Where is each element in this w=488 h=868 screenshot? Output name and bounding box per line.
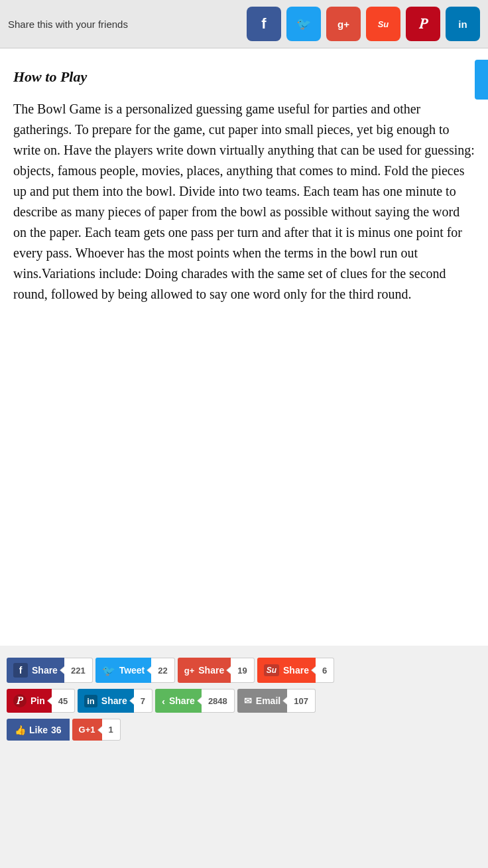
gp-share-group: g+ Share 19 — [178, 658, 255, 683]
sh-share-count: 2848 — [202, 689, 235, 713]
like-group: 👍 Like 36 — [7, 719, 70, 741]
em-share-button[interactable]: ✉ Email — [237, 689, 287, 713]
gp-share-count: 19 — [231, 658, 254, 683]
su-share-count: 6 — [316, 658, 334, 683]
share-row-2: 𝑃 Pin 45 in Share 7 ‹ Share 2848 ✉ Email — [7, 689, 481, 715]
pinterest-icon: 𝑃 — [13, 694, 27, 707]
gp-share-label: Share — [198, 665, 224, 676]
gplus-label: G+1 — [79, 725, 95, 735]
stumbleupon-share-button[interactable]: Su — [366, 7, 400, 41]
pi-share-count: 45 — [52, 689, 75, 713]
article-title: How to Play — [13, 68, 475, 86]
bottom-share-area: f Share 221 🐦 Tweet 22 g+ Share 19 Su Sh… — [0, 646, 488, 753]
facebook-icon: f — [13, 663, 28, 678]
gplus-group: G+1 1 — [72, 719, 121, 741]
tw-share-group: 🐦 Tweet 22 — [95, 658, 175, 683]
pi-share-label: Pin — [30, 695, 45, 706]
main-content: How to Play The Bowl Game is a personali… — [0, 48, 488, 646]
like-label: Like — [29, 725, 48, 735]
em-share-label: Email — [256, 695, 280, 706]
facebook-share-button[interactable]: f — [247, 7, 281, 41]
su-share-label: Share — [283, 665, 309, 676]
li-share-button[interactable]: in Share — [78, 689, 133, 713]
share-bar-text: Share this with your friends — [8, 19, 241, 30]
twitter-share-button[interactable]: 🐦 — [286, 7, 321, 41]
em-share-group: ✉ Email 107 — [237, 689, 316, 713]
stumbleupon-icon: Su — [264, 664, 279, 676]
email-icon: ✉ — [244, 695, 252, 706]
sh-share-group: ‹ Share 2848 — [155, 689, 235, 713]
fb-share-count: 221 — [64, 658, 93, 683]
em-share-count: 107 — [287, 689, 316, 713]
li-share-count: 7 — [134, 689, 152, 713]
share-icon: ‹ — [162, 695, 165, 707]
pi-share-button[interactable]: 𝑃 Pin — [7, 689, 52, 713]
gplus-icon: g+ — [184, 666, 195, 676]
li-share-group: in Share 7 — [78, 689, 152, 713]
pi-share-group: 𝑃 Pin 45 — [7, 689, 75, 713]
side-tab[interactable] — [475, 60, 488, 100]
linkedin-icon: in — [84, 695, 97, 707]
tw-share-label: Tweet — [119, 665, 145, 676]
like-thumb-icon: 👍 — [15, 725, 26, 735]
li-share-label: Share — [101, 695, 127, 706]
pinterest-share-button[interactable]: 𝑃 — [406, 7, 440, 41]
linkedin-share-button[interactable]: in — [446, 7, 480, 41]
gplus-count: 1 — [102, 719, 121, 741]
like-button[interactable]: 👍 Like 36 — [7, 719, 70, 741]
tw-share-button[interactable]: 🐦 Tweet — [95, 658, 152, 683]
share-row-1: f Share 221 🐦 Tweet 22 g+ Share 19 Su Sh… — [7, 658, 481, 686]
twitter-icon: 🐦 — [102, 664, 115, 677]
fb-share-label: Share — [32, 665, 58, 676]
sh-share-button[interactable]: ‹ Share — [155, 689, 202, 713]
sh-share-label: Share — [169, 695, 195, 706]
su-share-group: Su Share 6 — [257, 658, 335, 683]
googleplus-share-button[interactable]: g+ — [326, 7, 361, 41]
su-share-button[interactable]: Su Share — [257, 658, 316, 683]
gp-share-button[interactable]: g+ Share — [178, 658, 231, 683]
article-body: The Bowl Game is a personalized guessing… — [13, 99, 475, 305]
share-bar: Share this with your friends f 🐦 g+ Su 𝑃… — [0, 0, 488, 48]
tw-share-count: 22 — [151, 658, 174, 683]
fb-share-button[interactable]: f Share — [7, 658, 64, 683]
like-count: 36 — [51, 725, 62, 735]
share-row-3: 👍 Like 36 G+1 1 — [7, 719, 481, 743]
fb-share-group: f Share 221 — [7, 658, 93, 683]
